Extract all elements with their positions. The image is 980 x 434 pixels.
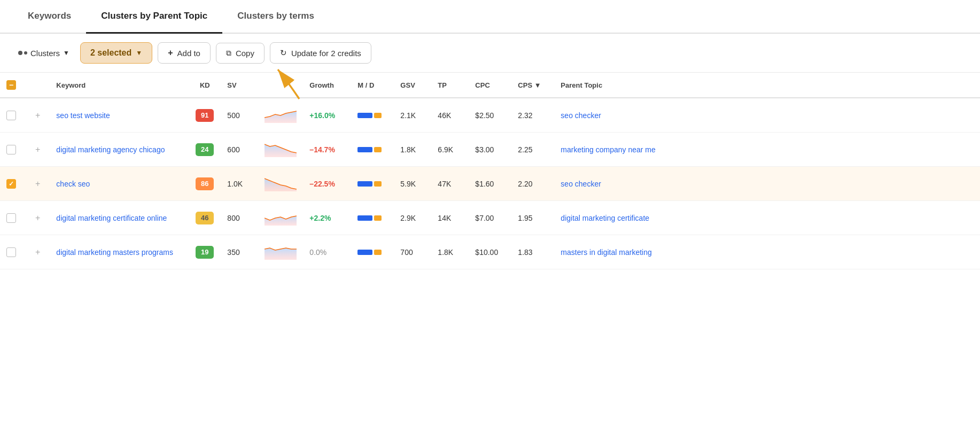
row-checkbox-cell-5 xyxy=(0,235,22,269)
header-cps[interactable]: CPS ▼ xyxy=(511,73,554,98)
row-checkbox-cell-4 xyxy=(0,201,22,235)
row-gsv-cell-3: 5.9K xyxy=(394,167,431,201)
header-gsv[interactable]: GSV xyxy=(394,73,431,98)
row-cps-cell-2: 2.25 xyxy=(511,133,554,167)
row-md-cell-5 xyxy=(351,235,394,269)
row-sv-cell-5: 350 xyxy=(221,235,258,269)
update-button[interactable]: ↻ Update for 2 credits xyxy=(270,42,371,64)
growth-value-1: +16.0% xyxy=(309,111,335,120)
selected-label: 2 selected xyxy=(90,48,131,58)
row-checkbox-2[interactable] xyxy=(6,145,16,154)
keyword-link-1[interactable]: seo test website xyxy=(56,111,110,120)
header-kd[interactable]: KD xyxy=(189,73,221,98)
tab-clusters-parent[interactable]: Clusters by Parent Topic xyxy=(86,0,222,34)
row-kd-cell-4: 46 xyxy=(189,201,221,235)
row-parent-cell-3: seo checker xyxy=(554,167,980,201)
toolbar: Clusters ▼ 2 selected ▼ + Add to ⧉ Copy … xyxy=(0,34,980,73)
header-md[interactable]: M / D xyxy=(351,73,394,98)
row-growth-cell-4: +2.2% xyxy=(303,201,351,235)
header-cpc[interactable]: CPC xyxy=(469,73,511,98)
row-checkbox-3[interactable] xyxy=(6,179,16,189)
table-row: + digital marketing certificate online 4… xyxy=(0,201,980,235)
row-growth-cell-3: –22.5% xyxy=(303,167,351,201)
add-to-label: Add to xyxy=(177,49,200,58)
parent-link-1[interactable]: seo checker xyxy=(561,111,601,120)
dot-large xyxy=(18,51,22,55)
row-growth-cell-1: +16.0% xyxy=(303,98,351,133)
md-blue-bar-2 xyxy=(357,147,372,152)
clusters-label: Clusters xyxy=(30,49,60,58)
update-label: Update for 2 credits xyxy=(291,49,361,58)
row-parent-cell-5: masters in digital marketing xyxy=(554,235,980,269)
keywords-table: Keyword KD SV Growth M / D GSV TP CPC CP… xyxy=(0,73,980,269)
md-yellow-bar-4 xyxy=(374,215,382,221)
row-chart-cell-4 xyxy=(258,201,303,235)
tab-keywords[interactable]: Keywords xyxy=(13,0,86,34)
row-gsv-cell-1: 2.1K xyxy=(394,98,431,133)
selected-button[interactable]: 2 selected ▼ xyxy=(80,42,152,64)
md-yellow-bar-2 xyxy=(374,147,382,152)
row-add-icon-5[interactable]: + xyxy=(32,246,43,258)
growth-value-4: +2.2% xyxy=(309,214,331,222)
row-sv-cell-3: 1.0K xyxy=(221,167,258,201)
kd-badge-1: 91 xyxy=(196,109,214,122)
row-keyword-cell-4: digital marketing certificate online xyxy=(50,201,189,235)
clusters-dropdown[interactable]: Clusters ▼ xyxy=(13,45,75,61)
growth-value-2: –14.7% xyxy=(309,145,335,154)
refresh-icon: ↻ xyxy=(280,48,287,58)
row-checkbox-4[interactable] xyxy=(6,213,16,223)
row-add-icon-2[interactable]: + xyxy=(32,144,43,155)
row-tp-cell-1: 46K xyxy=(431,98,469,133)
tab-clusters-terms[interactable]: Clusters by terms xyxy=(222,0,329,34)
tab-bar: Keywords Clusters by Parent Topic Cluste… xyxy=(0,0,980,34)
row-checkbox-1[interactable] xyxy=(6,111,16,120)
row-add-cell-1: + xyxy=(22,98,50,133)
parent-link-3[interactable]: seo checker xyxy=(561,180,601,188)
parent-link-5[interactable]: masters in digital marketing xyxy=(561,248,651,257)
row-cps-cell-4: 1.95 xyxy=(511,201,554,235)
md-bar-3 xyxy=(357,181,387,187)
row-sv-cell-2: 600 xyxy=(221,133,258,167)
row-growth-cell-2: –14.7% xyxy=(303,133,351,167)
copy-icon: ⧉ xyxy=(226,49,231,58)
row-add-cell-2: + xyxy=(22,133,50,167)
keyword-link-3[interactable]: check seo xyxy=(56,180,90,188)
keyword-link-5[interactable]: digital marketing masters programs xyxy=(56,248,173,257)
row-add-cell-5: + xyxy=(22,235,50,269)
row-md-cell-3 xyxy=(351,167,394,201)
keyword-link-4[interactable]: digital marketing certificate online xyxy=(56,214,167,222)
row-add-icon-1[interactable]: + xyxy=(32,110,43,121)
growth-value-3: –22.5% xyxy=(309,180,335,188)
md-bar-5 xyxy=(357,250,387,255)
header-sv[interactable]: SV xyxy=(221,73,258,98)
row-keyword-cell-5: digital marketing masters programs xyxy=(50,235,189,269)
row-tp-cell-4: 14K xyxy=(431,201,469,235)
row-md-cell-2 xyxy=(351,133,394,167)
row-kd-cell-2: 24 xyxy=(189,133,221,167)
header-keyword[interactable]: Keyword xyxy=(50,73,189,98)
row-checkbox-5[interactable] xyxy=(6,247,16,257)
kd-badge-3: 86 xyxy=(196,177,214,190)
header-parent-topic[interactable]: Parent Topic xyxy=(554,73,980,98)
row-add-icon-4[interactable]: + xyxy=(32,212,43,223)
row-keyword-cell-1: seo test website xyxy=(50,98,189,133)
dot-small xyxy=(24,51,27,55)
header-tp[interactable]: TP xyxy=(431,73,469,98)
header-growth[interactable]: Growth xyxy=(303,73,351,98)
row-kd-cell-3: 86 xyxy=(189,167,221,201)
add-to-button[interactable]: + Add to xyxy=(158,42,211,64)
row-add-cell-3: + xyxy=(22,167,50,201)
plus-icon: + xyxy=(168,48,173,58)
md-bar-1 xyxy=(357,113,387,118)
parent-link-2[interactable]: marketing company near me xyxy=(561,145,655,154)
row-gsv-cell-2: 1.8K xyxy=(394,133,431,167)
clusters-icon xyxy=(18,51,27,55)
select-all-checkbox[interactable] xyxy=(6,80,16,90)
md-blue-bar-4 xyxy=(357,215,372,221)
row-parent-cell-2: marketing company near me xyxy=(554,133,980,167)
copy-button[interactable]: ⧉ Copy xyxy=(216,43,265,64)
keyword-link-2[interactable]: digital marketing agency chicago xyxy=(56,145,165,154)
row-tp-cell-5: 1.8K xyxy=(431,235,469,269)
parent-link-4[interactable]: digital marketing certificate xyxy=(561,214,649,222)
row-add-icon-3[interactable]: + xyxy=(32,178,43,189)
